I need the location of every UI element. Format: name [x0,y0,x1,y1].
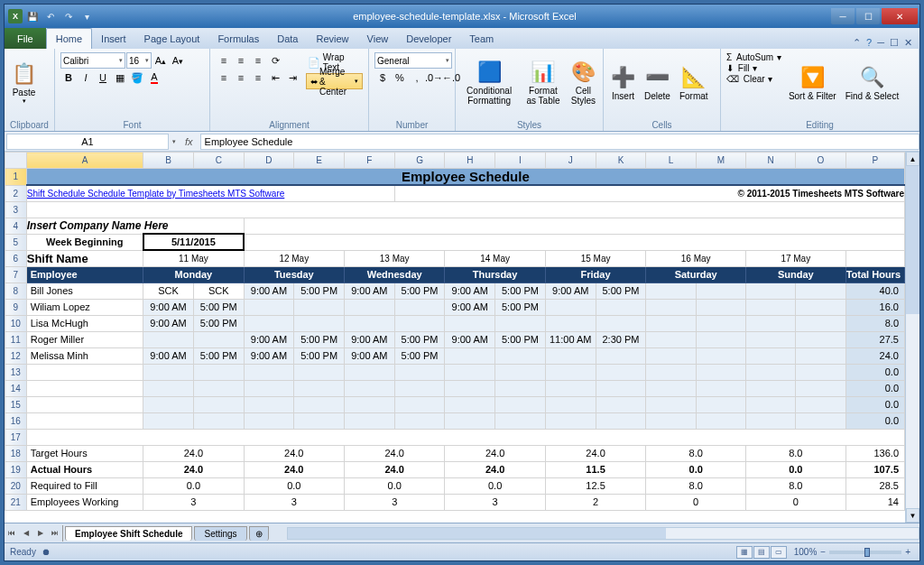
shrink-font-icon[interactable]: A▾ [170,52,186,69]
first-sheet-icon[interactable]: ⏮ [5,525,19,542]
shift-end[interactable]: 2:30 PM [596,331,646,347]
shift-end[interactable] [193,396,244,412]
shift-end[interactable] [394,364,445,380]
normal-view-icon[interactable]: ▦ [736,546,753,559]
shift-end[interactable] [294,380,345,396]
week-beginning-value[interactable]: 5/11/2015 [143,234,244,250]
shift-end[interactable] [495,315,546,331]
doc-close-icon[interactable]: ✕ [904,37,912,49]
employee-name[interactable]: Lisa McHugh [26,315,143,331]
shift-end[interactable] [696,282,745,299]
font-color-button[interactable]: A [146,69,162,86]
shift-start[interactable] [244,315,294,331]
shift-end[interactable] [796,315,845,331]
shift-start[interactable]: 9:00 AM [143,347,194,364]
shift-end[interactable] [696,331,745,347]
shift-start[interactable]: 9:00 AM [445,299,495,315]
shift-end[interactable] [596,380,646,396]
shift-end[interactable] [495,347,546,364]
shift-end[interactable] [294,364,345,380]
redo-icon[interactable]: ↷ [60,8,77,24]
col-header-L[interactable]: L [646,153,696,169]
page-break-icon[interactable]: ▭ [771,546,787,559]
maximize-button[interactable]: ☐ [856,8,880,24]
shift-start[interactable] [345,380,395,396]
shift-start[interactable] [746,412,796,429]
format-as-table-button[interactable]: 📊Format as Table [521,51,565,116]
shift-end[interactable] [796,331,845,347]
shift-start[interactable] [646,315,696,331]
shift-start[interactable] [545,315,596,331]
percent-icon[interactable]: % [392,69,408,86]
page-layout-icon[interactable]: ▤ [753,546,770,559]
shift-start[interactable] [445,347,495,364]
shift-end[interactable] [495,396,546,412]
shift-start[interactable] [345,396,395,412]
italic-button[interactable]: I [78,69,94,86]
employee-name[interactable]: Wiliam Lopez [26,299,143,315]
shift-end[interactable]: SCK [193,282,244,299]
orientation-icon[interactable]: ⟳ [267,52,283,69]
col-header-C[interactable]: C [193,153,244,169]
shift-start[interactable]: 9:00 AM [345,331,395,347]
next-sheet-icon[interactable]: ▶ [33,525,48,542]
shift-start[interactable] [345,315,395,331]
close-button[interactable]: ✕ [882,8,918,24]
shift-start[interactable] [646,331,696,347]
shift-end[interactable] [696,396,745,412]
col-header-H[interactable]: H [445,153,495,169]
fx-icon[interactable]: fx [178,136,200,147]
shift-name[interactable]: Shift Name [26,250,143,266]
col-header-G[interactable]: G [394,153,445,169]
col-header-P[interactable]: P [845,153,904,169]
scroll-down-icon[interactable]: ▼ [906,508,919,523]
shift-start[interactable] [746,331,796,347]
spreadsheet-grid[interactable]: ABCDEFGHIJKLMNOP1Employee Schedule2Shift… [5,152,905,511]
tab-review[interactable]: Review [307,28,357,49]
employee-name[interactable] [26,364,143,380]
help-icon[interactable]: ? [866,37,872,49]
number-format-combo[interactable]: General▾ [374,52,452,69]
shift-start[interactable] [244,364,294,380]
shift-end[interactable] [796,396,845,412]
shift-start[interactable]: 9:00 AM [445,282,495,299]
align-middle-icon[interactable]: ≡ [233,52,249,69]
shift-start[interactable] [545,347,596,364]
sheet-tab-schedule[interactable]: Employee Shift Schedule [65,526,192,541]
font-size-combo[interactable]: 16▾ [126,52,152,69]
shift-end[interactable] [796,364,845,380]
shift-end[interactable]: 5:00 PM [394,347,445,364]
employee-name[interactable]: Melissa Minh [26,347,143,364]
col-header-N[interactable]: N [746,153,796,169]
employee-name[interactable] [26,412,143,429]
employee-name[interactable] [26,396,143,412]
align-center-icon[interactable]: ≡ [233,69,249,86]
shift-start[interactable] [746,347,796,364]
shift-start[interactable]: 9:00 AM [445,331,495,347]
font-name-combo[interactable]: Calibri▾ [60,52,125,69]
shift-end[interactable] [696,380,745,396]
shift-start[interactable] [646,412,696,429]
find-select-button[interactable]: 🔍Find & Select [842,51,902,116]
shift-end[interactable]: 5:00 PM [495,299,546,315]
shift-end[interactable] [796,347,845,364]
underline-button[interactable]: U [95,69,111,86]
comma-icon[interactable]: , [409,69,425,86]
align-right-icon[interactable]: ≡ [250,69,266,86]
shift-end[interactable] [696,347,745,364]
zoom-in-icon[interactable]: + [905,547,910,557]
col-header-F[interactable]: F [345,153,395,169]
shift-start[interactable] [143,331,194,347]
shift-start[interactable] [746,364,796,380]
shift-start[interactable] [244,396,294,412]
shift-start[interactable] [445,364,495,380]
shift-start[interactable] [646,282,696,299]
shift-start[interactable] [646,364,696,380]
shift-end[interactable]: 5:00 PM [495,331,546,347]
shift-start[interactable] [545,412,596,429]
shift-start[interactable] [244,412,294,429]
shift-start[interactable] [143,412,194,429]
shift-end[interactable] [796,412,845,429]
shift-start[interactable] [445,380,495,396]
shift-start[interactable] [143,380,194,396]
